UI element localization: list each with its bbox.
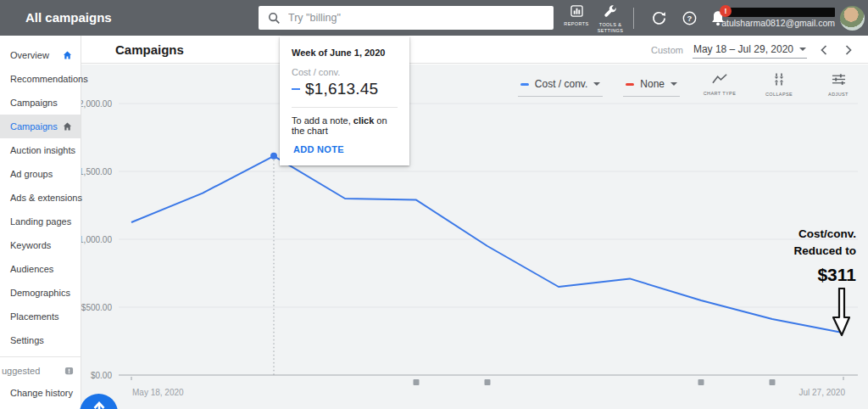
reports-button[interactable]: REPORTS	[558, 5, 595, 27]
series-dash-icon	[292, 88, 300, 91]
chart-type-icon	[712, 73, 728, 85]
wrench-icon	[604, 5, 617, 18]
sidebar: OverviewRecommendationsCampaignsCampaign…	[0, 36, 81, 409]
svg-text:$500.00: $500.00	[81, 303, 112, 312]
annotation-line1: Cost/conv.	[793, 226, 856, 243]
date-prev-button[interactable]	[816, 45, 832, 55]
feedback-icon	[64, 367, 74, 376]
tooltip-title: Week of June 1, 2020	[292, 48, 398, 58]
sidebar-item-campaigns[interactable]: Campaigns	[0, 115, 81, 138]
main-header: Campaigns Custom May 18 – Jul 29, 2020	[81, 36, 868, 64]
chevron-down-icon	[670, 82, 677, 86]
sidebar-item-change-history[interactable]: Change history	[0, 381, 81, 405]
metric-label: Cost / conv.	[535, 78, 587, 90]
arrow-down-icon	[832, 288, 851, 337]
sidebar-item-label: Campaigns	[10, 121, 58, 132]
metric-color-dash	[626, 83, 634, 86]
sidebar-item-settings[interactable]: Settings	[0, 328, 81, 352]
account-email: atulsharma0812@gmail.com	[721, 18, 835, 28]
sidebar-item-label: Change history	[10, 388, 73, 398]
metric-selector-secondary[interactable]: None	[623, 76, 680, 97]
date-range-type: Custom	[651, 45, 683, 55]
section-title: Campaigns	[115, 36, 184, 64]
annotation-line2: Reduced to	[793, 243, 856, 260]
metric-selector-primary[interactable]: Cost / conv.	[518, 76, 603, 97]
annotation-value: $311	[793, 265, 856, 285]
svg-text:$1,500.00: $1,500.00	[81, 167, 112, 176]
sidebar-item-label: Audiences	[10, 264, 53, 274]
sidebar-item-overview[interactable]: Overview	[0, 43, 81, 67]
sidebar-item-auction-insights[interactable]: Auction insights	[0, 138, 81, 162]
sidebar-item-campaigns[interactable]: Campaigns	[0, 91, 81, 115]
metric-color-dash	[520, 83, 529, 86]
svg-text:$0.00: $0.00	[91, 371, 112, 380]
sidebar-item-label: Placements	[10, 311, 58, 322]
sidebar-item-demographics[interactable]: Demographics	[0, 281, 81, 305]
sidebar-item-keywords[interactable]: Keywords	[0, 233, 81, 257]
sidebar-section-suggested[interactable]: uggested	[0, 361, 81, 381]
chevron-down-icon	[799, 48, 806, 51]
topbar-divider	[633, 8, 634, 29]
chevron-left-icon	[821, 45, 827, 55]
sidebar-section-label: uggested	[2, 366, 40, 376]
topbar: All campaigns REPORTS TOOLS & SETTINGS	[0, 0, 868, 36]
home-icon	[62, 120, 73, 132]
sidebar-item-label: Demographics	[10, 288, 70, 298]
tools-settings-button[interactable]: TOOLS & SETTINGS	[592, 5, 629, 34]
chart-type-button[interactable]: CHART TYPE	[700, 73, 739, 96]
sidebar-item-label: Auction insights	[10, 145, 75, 155]
metric-label: None	[640, 78, 665, 90]
sidebar-item-ads-extensions[interactable]: Ads & extensions	[0, 186, 81, 210]
sidebar-item-label: Settings	[10, 335, 44, 345]
collapse-icon	[772, 73, 786, 86]
adjust-button[interactable]: ADJUST	[819, 73, 858, 97]
sidebar-item-label: Keywords	[10, 240, 51, 250]
svg-text:$1,000.00: $1,000.00	[81, 235, 112, 244]
chevron-down-icon	[593, 82, 600, 86]
date-range-value: May 18 – Jul 29, 2020	[693, 43, 793, 55]
home-icon	[62, 49, 73, 60]
tooltip-note: To add a note, click on the chart	[292, 115, 398, 136]
tooltip-value: $1,613.45	[305, 80, 378, 98]
search-input[interactable]	[288, 12, 554, 24]
tooltip-metric: Cost / conv.	[292, 67, 398, 77]
svg-text:?: ?	[687, 14, 693, 23]
reports-label: REPORTS	[558, 21, 595, 27]
sidebar-item-placements[interactable]: Placements	[0, 305, 81, 328]
page-title: All campaigns	[25, 0, 112, 36]
google-ads-app: All campaigns REPORTS TOOLS & SETTINGS	[0, 0, 868, 409]
sidebar-item-label: Landing pages	[10, 216, 71, 227]
sidebar-item-label: Overview	[10, 50, 49, 60]
annotation-cost-reduced: Cost/conv. Reduced to $311	[793, 226, 856, 337]
tools-settings-label: TOOLS & SETTINGS	[592, 22, 629, 34]
add-note-button[interactable]: ADD NOTE	[293, 144, 398, 154]
notification-badge: !	[720, 5, 732, 17]
search-icon	[268, 12, 281, 25]
search-box[interactable]	[259, 6, 554, 30]
date-range-selector[interactable]: May 18 – Jul 29, 2020	[693, 42, 807, 59]
date-next-button[interactable]	[841, 45, 856, 55]
sidebar-item-label: Ad groups	[10, 169, 53, 179]
main-area: Campaigns Custom May 18 – Jul 29, 2020	[81, 36, 868, 409]
tooltip-divider	[292, 107, 398, 108]
help-icon: ?	[682, 11, 697, 25]
refresh-icon	[652, 11, 666, 25]
adjust-icon	[832, 73, 846, 86]
svg-text:May 18, 2020: May 18, 2020	[132, 388, 184, 397]
cost-conv-chart[interactable]: $2,000.00$1,500.00$1,000.00$500.00$0.00M…	[81, 64, 868, 409]
sidebar-item-audiences[interactable]: Audiences	[0, 257, 81, 281]
avatar[interactable]	[840, 6, 865, 31]
svg-text:$2,000.00: $2,000.00	[81, 99, 112, 109]
sidebar-item-ad-groups[interactable]: Ad groups	[0, 162, 81, 186]
arrow-up-icon	[93, 401, 105, 409]
svg-text:Jul 27, 2020: Jul 27, 2020	[799, 388, 846, 397]
sidebar-item-recommendations[interactable]: Recommendations	[0, 67, 81, 91]
reports-icon	[570, 5, 583, 17]
sidebar-item-label: Campaigns	[10, 98, 58, 108]
sidebar-item-landing-pages[interactable]: Landing pages	[0, 210, 81, 233]
refresh-button[interactable]	[652, 11, 666, 29]
chevron-right-icon	[845, 45, 852, 55]
collapse-button[interactable]: COLLAPSE	[760, 73, 798, 97]
chart-controls: Cost / conv. None CHART TYPE	[518, 73, 858, 97]
help-button[interactable]: ?	[682, 11, 697, 29]
